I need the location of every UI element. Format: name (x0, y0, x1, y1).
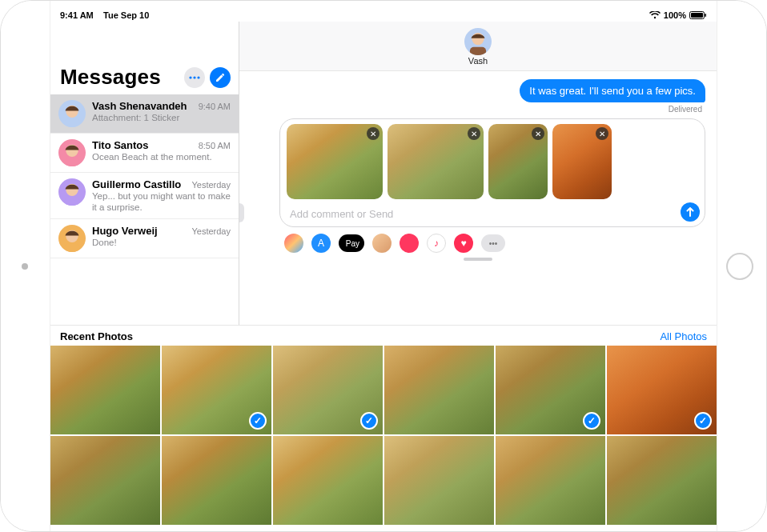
staged-photo[interactable]: ✕ (287, 124, 383, 199)
conversation-preview: Ocean Beach at the moment. (92, 151, 231, 162)
sidebar-header: Messages (50, 22, 239, 94)
conversation-body: Guillermo Castillo Yesterday Yep... but … (92, 178, 231, 213)
app-tray: A Pay♪♥••• (251, 227, 705, 258)
conversation-body: Vash Shenavandeh 9:40 AM Attachment: 1 S… (92, 100, 231, 123)
svg-rect-2 (705, 14, 707, 17)
photo-thumbnail[interactable] (496, 436, 605, 525)
compose-button[interactable] (210, 67, 231, 88)
home-button[interactable] (726, 253, 753, 280)
status-date: Tue Sep 10 (103, 10, 149, 20)
battery-percent: 100% (664, 10, 686, 20)
remove-attachment-button[interactable]: ✕ (532, 127, 544, 140)
bezel-left (1, 1, 50, 531)
sidebar: Messages Vash Shenavandeh 9:40 AM Attach… (50, 22, 239, 325)
conversation-item[interactable]: Hugo Verweij Yesterday Done! (50, 219, 239, 258)
delivered-label: Delivered (251, 105, 702, 114)
send-button[interactable] (681, 202, 700, 222)
compose-outer: ✕✕✕✕ Add comment or Send (251, 118, 705, 227)
conversation-name: Vash Shenavandeh (92, 100, 187, 112)
conversation-time: 8:50 AM (199, 141, 231, 150)
photo-thumbnail[interactable] (607, 436, 717, 525)
avatar (58, 100, 86, 127)
staged-photo[interactable]: ✕ (488, 124, 548, 199)
conversation-body: Tito Santos 8:50 AM Ocean Beach at the m… (92, 139, 231, 162)
photo-thumbnail[interactable] (50, 436, 160, 525)
remove-attachment-button[interactable]: ✕ (596, 127, 608, 140)
svg-rect-11 (65, 198, 80, 206)
photo-thumbnail[interactable] (50, 346, 160, 434)
photo-thumbnail[interactable] (607, 346, 717, 434)
svg-rect-7 (65, 119, 80, 127)
photos-app-icon[interactable] (284, 234, 303, 253)
sidebar-more-button[interactable] (184, 67, 205, 88)
conversation-time: 9:40 AM (199, 102, 231, 111)
recent-photos-title: Recent Photos (60, 330, 133, 342)
messages-area[interactable]: It was great. I'll send you a few pics. … (239, 71, 717, 325)
remove-attachment-button[interactable]: ✕ (367, 127, 379, 140)
svg-rect-15 (470, 47, 486, 55)
remove-attachment-button[interactable]: ✕ (468, 127, 480, 140)
conversation-body: Hugo Verweij Yesterday Done! (92, 225, 231, 248)
expand-apps-button[interactable] (239, 203, 244, 222)
compose-placeholder: Add comment or Send (290, 208, 393, 220)
sidebar-title: Messages (60, 65, 179, 90)
photo-thumbnail[interactable] (273, 436, 383, 525)
tray-handle[interactable] (464, 258, 492, 261)
screen: 9:41 AM Tue Sep 10 100% Messages (50, 7, 717, 525)
photo-thumbnail[interactable] (496, 346, 605, 434)
conversation-item[interactable]: Vash Shenavandeh 9:40 AM Attachment: 1 S… (50, 94, 239, 134)
svg-point-4 (193, 76, 195, 78)
conversation-item[interactable]: Tito Santos 8:50 AM Ocean Beach at the m… (50, 134, 239, 173)
conversation-name: Tito Santos (92, 139, 149, 151)
photo-thumbnail[interactable] (162, 346, 271, 434)
photos-header: Recent Photos All Photos (50, 326, 717, 346)
more-apps-icon[interactable]: ••• (481, 234, 505, 252)
outgoing-bubble[interactable]: It was great. I'll send you a few pics. (520, 79, 705, 102)
svg-rect-1 (691, 13, 703, 18)
avatar (58, 178, 86, 206)
digital-touch-icon[interactable] (400, 234, 419, 253)
conversation-time: Yesterday (191, 180, 231, 190)
main-panes: Messages Vash Shenavandeh 9:40 AM Attach… (50, 22, 717, 325)
conversation-name: Hugo Verweij (92, 225, 158, 237)
conversation-name: Guillermo Castillo (92, 178, 181, 190)
contact-name: Vash (468, 56, 488, 66)
ipad-device-frame: 9:41 AM Tue Sep 10 100% Messages (0, 0, 767, 532)
photo-thumbnail[interactable] (273, 346, 383, 434)
conversation-preview: Done! (92, 237, 231, 248)
photo-grid (50, 346, 717, 525)
heart-app-icon[interactable]: ♥ (454, 234, 473, 253)
bezel-right (717, 1, 766, 531)
battery-icon (689, 11, 707, 19)
wifi-icon (649, 11, 661, 19)
conversation-preview: Attachment: 1 Sticker (92, 112, 231, 123)
avatar (58, 139, 86, 166)
photo-thumbnail[interactable] (162, 436, 271, 525)
conversation-list[interactable]: Vash Shenavandeh 9:40 AM Attachment: 1 S… (50, 94, 239, 325)
status-time-date: 9:41 AM Tue Sep 10 (60, 10, 149, 20)
photo-thumbnail[interactable] (384, 346, 494, 434)
contact-avatar[interactable] (464, 28, 492, 55)
music-app-icon[interactable]: ♪ (427, 234, 446, 253)
photo-thumbnail[interactable] (384, 436, 494, 525)
conversation-header[interactable]: Vash (239, 22, 717, 71)
front-camera (22, 263, 28, 270)
svg-rect-9 (65, 158, 80, 166)
memoji-app-icon[interactable] (372, 234, 392, 253)
outgoing-message-row: It was great. I'll send you a few pics. (251, 79, 705, 102)
compose-field[interactable]: ✕✕✕✕ Add comment or Send (279, 118, 705, 227)
all-photos-button[interactable]: All Photos (660, 330, 707, 342)
staged-photo[interactable]: ✕ (388, 124, 484, 199)
app-store-icon[interactable]: A (311, 234, 331, 253)
conversation-pane: Vash It was great. I'll send you a few p… (239, 22, 717, 325)
conversation-time: Yesterday (191, 226, 231, 236)
apple-pay-icon[interactable]: Pay (339, 234, 364, 252)
svg-point-3 (189, 76, 191, 78)
staged-photo[interactable]: ✕ (552, 124, 612, 199)
conversation-item[interactable]: Guillermo Castillo Yesterday Yep... but … (50, 173, 239, 219)
status-bar: 9:41 AM Tue Sep 10 100% (50, 7, 717, 22)
staged-attachments: ✕✕✕✕ (287, 124, 676, 199)
status-time: 9:41 AM (60, 10, 94, 20)
svg-rect-13 (65, 244, 80, 252)
status-right: 100% (649, 10, 707, 20)
